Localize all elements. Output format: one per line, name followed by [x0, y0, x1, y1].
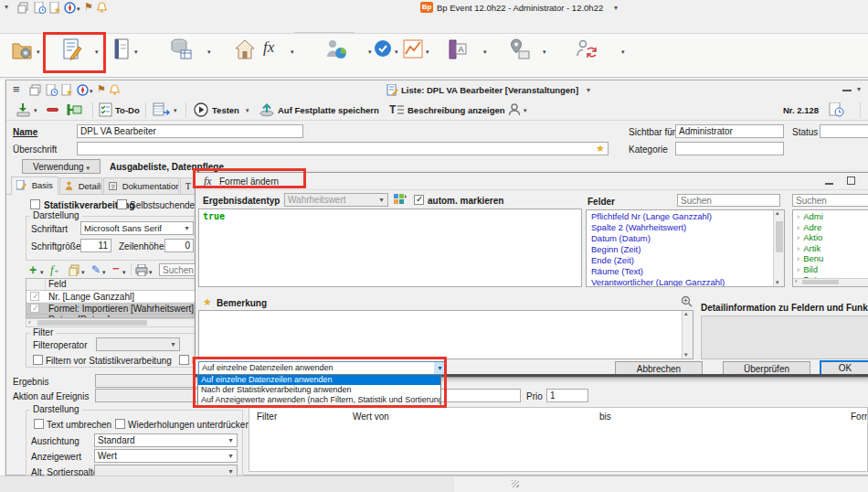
felder-scrollbar[interactable]: ▴ ▾ [773, 210, 784, 286]
window-minimize-icon[interactable] [842, 90, 852, 91]
filteroperator-combo[interactable]: ▾ [96, 337, 180, 351]
window-file-star-icon[interactable]: ★ [61, 84, 74, 96]
uebersetzungen-icon[interactable]: A [446, 38, 468, 60]
ueberschrift-input[interactable] [77, 142, 609, 155]
chevron-down-icon[interactable]: ▾ [225, 434, 237, 446]
feld-column-header[interactable]: Feld [48, 279, 66, 289]
felder-search-input[interactable] [677, 194, 780, 207]
table-export-icon[interactable] [153, 102, 171, 117]
flag-icon[interactable]: ⚑ [84, 1, 93, 13]
edit-field-dropdown-icon[interactable]: ▾ [102, 269, 106, 276]
bell-icon[interactable] [96, 2, 108, 14]
title-dropdown-icon[interactable]: ▾ [614, 4, 618, 12]
nutzungsstatistik-icon[interactable] [325, 38, 347, 60]
function-group-item[interactable]: Benu [793, 253, 868, 264]
kategorie-input[interactable] [675, 142, 784, 155]
scroll-thumb[interactable] [37, 320, 147, 326]
window-more-icon[interactable]: ▾ [857, 85, 861, 93]
szenarien-dropdown-icon[interactable]: ▾ [37, 48, 40, 56]
szenarien-icon[interactable] [11, 38, 33, 60]
function-group-item[interactable]: Bild [793, 264, 868, 275]
person-dropdown-icon[interactable]: ▾ [524, 107, 527, 114]
filter2-checkbox[interactable] [179, 355, 189, 365]
status-input[interactable] [820, 124, 868, 138]
function-group-item[interactable]: Artik [793, 243, 868, 254]
todo-label[interactable]: To-Do [115, 105, 140, 115]
testen-dropdown-icon[interactable]: ▾ [246, 107, 249, 114]
field-item[interactable]: Pflichtfeld Nr (Lange Ganzzahl) [587, 211, 784, 222]
close-record-icon[interactable] [67, 102, 84, 117]
field-item[interactable]: Spalte 2 (Wahrheitswert) [587, 222, 784, 233]
field-item[interactable]: Räume (Text) [587, 266, 784, 277]
quick-menu-arrow-icon[interactable]: ▾ [5, 3, 8, 11]
prio-input[interactable] [546, 389, 588, 402]
delete-record-icon[interactable] [47, 108, 58, 112]
windows-icon[interactable] [17, 2, 29, 14]
person-icon[interactable] [507, 102, 522, 117]
scroll-up-icon[interactable]: ▴ [684, 310, 688, 317]
funktionen-hscrollbar[interactable]: ‹ [793, 278, 868, 286]
favorite-star-icon[interactable]: ★ [596, 143, 605, 155]
festplatte-icon[interactable] [259, 102, 275, 117]
web-dropdown-icon[interactable]: ▾ [426, 48, 429, 56]
anzeigewert-combo[interactable]: Wert ▾ [94, 449, 238, 463]
dialog-minimize-icon[interactable] [825, 183, 833, 185]
scroll-left-icon[interactable]: ‹ [28, 318, 31, 326]
dropdown-option-selected[interactable]: Auf einzelne Datenzeilen anwenden [198, 375, 440, 385]
compass-icon[interactable] [64, 2, 76, 14]
kataloge-icon[interactable] [111, 38, 132, 60]
scroll-down-icon[interactable]: ▾ [684, 351, 688, 358]
zeilenhoehe-input[interactable] [164, 239, 194, 252]
window-copy-icon[interactable] [29, 84, 42, 96]
add-field-dropdown-icon[interactable]: ▾ [40, 269, 44, 276]
listenwesen-icon[interactable] [61, 38, 83, 60]
scroll-left-icon[interactable]: ‹ [795, 277, 798, 285]
festplatte-label[interactable]: Auf Festplatte speichern [278, 105, 379, 115]
funktionen-search-input[interactable] [792, 194, 868, 207]
bemerkung-textarea[interactable]: ▴ ▾ [198, 310, 693, 359]
tabellendetails-dropdown-icon[interactable]: ▾ [207, 48, 211, 56]
formula-code-editor[interactable]: true [198, 209, 582, 287]
resize-grip[interactable] [512, 480, 519, 487]
remove-field-icon[interactable]: − [112, 262, 120, 275]
function-group-item[interactable]: Adre [793, 222, 868, 233]
window-menu-icon[interactable]: ≡ [13, 82, 20, 96]
dialog-titlebar[interactable]: fx Formel ändern [196, 173, 868, 190]
dropdown-option[interactable]: Auf Anzeigewerte anwenden (nach Filtern,… [198, 395, 440, 405]
column-header-format[interactable]: Format [851, 412, 868, 422]
remove-field-dropdown-icon[interactable]: ▾ [122, 269, 126, 276]
field-item[interactable]: Beginn (Zeit) [587, 244, 784, 255]
file-clock-icon[interactable] [34, 2, 47, 14]
funktionen-icon[interactable]: fx [263, 38, 274, 57]
scroll-down-icon[interactable]: ▾ [776, 279, 779, 286]
kataloge-dropdown-icon[interactable]: ▾ [134, 48, 138, 56]
tabellendetails-icon[interactable] [170, 38, 192, 60]
sichtbar-input[interactable] [675, 124, 784, 138]
listenwesen-dropdown-icon[interactable]: ▾ [95, 48, 99, 56]
row-checkbox[interactable] [30, 292, 39, 301]
record-history-icon[interactable] [829, 102, 844, 117]
compass-dropdown-icon[interactable]: ▾ [77, 5, 80, 13]
statistikverarbeitung-checkbox[interactable] [30, 199, 40, 209]
web-icon[interactable] [402, 38, 424, 60]
postleitzahlen-icon[interactable] [508, 38, 530, 60]
scroll-thumb[interactable] [776, 221, 783, 252]
insert-record-dropdown-icon[interactable]: ▾ [34, 107, 37, 114]
anwenden-combo[interactable]: Auf einzelne Datenzeilen anwenden ▾ [198, 361, 447, 375]
jobs-dropdown-icon[interactable]: ▾ [395, 48, 398, 56]
ausrichtung-combo[interactable]: Standard ▾ [94, 433, 238, 447]
testen-icon[interactable] [194, 102, 208, 117]
chevron-down-icon[interactable]: ▾ [225, 450, 237, 462]
field-item[interactable]: Verantwortlicher (Lange Ganzzahl) [587, 277, 784, 287]
copy-field-icon[interactable] [69, 264, 80, 276]
jobs-icon[interactable] [373, 38, 393, 59]
column-header-wert-von[interactable]: Wert von [353, 412, 389, 422]
add-formula-icon[interactable]: f+ [50, 263, 59, 277]
tab-details[interactable]: Details [59, 177, 102, 195]
dropdown-option[interactable]: Nach der Statistikverarbeitung anwenden [198, 385, 440, 395]
edit-field-icon[interactable]: ✎ [91, 263, 101, 276]
column-header-filter[interactable]: Filter [257, 412, 277, 422]
beschreibung-label[interactable]: Beschreibung anzeigen [408, 105, 505, 115]
row-checkbox[interactable] [30, 304, 39, 313]
nutzungsstatistik-dropdown-icon[interactable]: ▾ [368, 48, 372, 56]
